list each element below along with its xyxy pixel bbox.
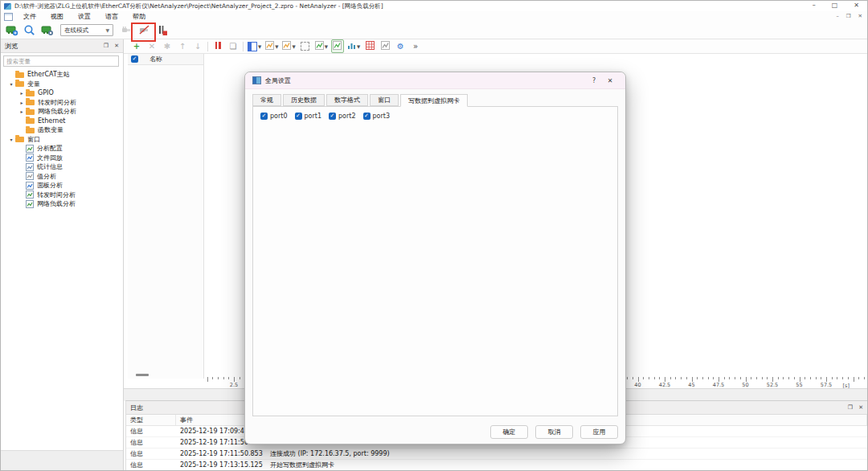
apply-button[interactable]: 应用	[580, 425, 618, 439]
mdi-close-button[interactable]: ✕	[858, 13, 862, 19]
search-input[interactable]	[3, 55, 119, 67]
dock-pin-icon[interactable]: ❐	[104, 43, 108, 49]
panel-view-icon[interactable]: ▼	[247, 39, 262, 53]
settings-icon[interactable]: ⚙	[394, 39, 407, 53]
port-label: port1	[305, 113, 322, 120]
port-checkbox-port3[interactable]: ✓port3	[363, 113, 391, 120]
mode-select-value: 在线模式	[64, 27, 105, 35]
xy-view-icon[interactable]: ▼	[281, 39, 296, 53]
tree-item-label: 函数变量	[38, 125, 63, 134]
tree-item-12[interactable]: 值分析	[1, 172, 123, 182]
zoom-select-icon[interactable]	[299, 39, 312, 53]
close-panel-icon[interactable]: ✕	[114, 43, 119, 49]
tree-arrow-icon[interactable]: ▾	[7, 137, 15, 142]
tree-item-3[interactable]: ▸GPIO	[1, 88, 123, 98]
tree-item-9[interactable]: 分析配置	[1, 144, 123, 154]
tree-arrow-icon[interactable]: ▸	[18, 100, 26, 105]
menu-item-3[interactable]: 设置	[71, 11, 98, 22]
mode-select[interactable]: 在线模式 ▼	[60, 24, 113, 36]
ok-button[interactable]: 确定	[490, 425, 528, 439]
port-checkbox-port2[interactable]: ✓port2	[329, 113, 356, 120]
restore-button[interactable]: □	[832, 2, 838, 9]
move-down-icon[interactable]: ↓	[191, 39, 204, 53]
tab-1[interactable]: 常规	[252, 94, 281, 106]
tab-2[interactable]: 历史数据	[283, 94, 325, 106]
tab-3[interactable]: 数字格式	[326, 94, 368, 106]
checkbox-icon: ✓	[329, 113, 336, 120]
tree-item-7[interactable]: 函数变量	[1, 125, 123, 135]
tree-item-11[interactable]: 统计信息	[1, 162, 123, 172]
ruler-tick	[858, 377, 859, 379]
tree-arrow-icon[interactable]: ▾	[7, 81, 15, 87]
pause-icon[interactable]	[211, 39, 224, 53]
log-row-3[interactable]: 信息2025-12-19 17:11:50.853连接成功 (IP: 172.1…	[126, 448, 867, 460]
tree-item-14[interactable]: 转发时间分析	[1, 190, 123, 200]
menu-item-4[interactable]: 语言	[98, 11, 125, 22]
table-view-icon[interactable]	[363, 39, 376, 53]
connect-icon[interactable]	[120, 23, 133, 37]
minimize-button[interactable]: –	[813, 2, 816, 9]
port-checkbox-port1[interactable]: ✓port1	[295, 113, 322, 120]
tab-5[interactable]: 写数据到虚拟网卡	[400, 94, 468, 107]
ruler-tick	[816, 377, 817, 379]
mdi-restore-button[interactable]: ❐	[846, 13, 851, 19]
export-icon[interactable]: ❏	[227, 39, 240, 53]
tree-item-label: 窗口	[27, 135, 40, 144]
tree-item-1[interactable]: EtherCAT主站	[1, 70, 123, 80]
tree-item-2[interactable]: ▾变量	[1, 80, 123, 89]
close-button[interactable]: ✕	[854, 2, 859, 9]
dock-pin-icon[interactable]: ❐	[848, 404, 853, 411]
sidebar-header: 浏览 ❐ ✕	[1, 39, 123, 53]
delete-icon[interactable]: ✕	[145, 39, 158, 53]
log-row-4[interactable]: 信息2025-12-19 17:13:15.125开始写数据到虚拟网卡	[126, 460, 867, 471]
port-checkbox-row: ✓port0✓port1✓port2✓port3	[253, 107, 617, 120]
ruler-tick	[670, 377, 671, 379]
curve-view-icon[interactable]: ▼	[264, 39, 279, 53]
ruler-tick	[751, 377, 751, 379]
tree-item-6[interactable]: Ethernet	[1, 117, 123, 126]
add-device-icon[interactable]	[5, 23, 18, 37]
tree-item-label: 统计信息	[37, 162, 63, 171]
device-config-icon[interactable]	[40, 23, 54, 37]
dialog-close-button[interactable]: ✕	[602, 77, 618, 84]
tree-item-10[interactable]: 文件回放	[1, 154, 123, 163]
load-analysis-view-icon[interactable]	[331, 39, 344, 53]
cancel-button[interactable]: 取消	[535, 425, 573, 439]
histogram-view-icon[interactable]: ▼	[346, 39, 361, 53]
dialog-help-button[interactable]: ?	[586, 77, 602, 84]
dialog-icon	[252, 76, 261, 84]
ruler-tick-label: 57.5	[821, 382, 832, 388]
search-icon[interactable]	[23, 23, 36, 37]
tree-arrow-icon[interactable]: ▸	[18, 109, 26, 114]
dialog-buttons: 确定取消应用	[490, 425, 618, 439]
menu-item-1[interactable]: 文件	[16, 11, 43, 22]
clear-icon[interactable]: ✱	[161, 39, 174, 53]
menu-item-2[interactable]: 视图	[43, 11, 71, 22]
stop-write-icon[interactable]	[155, 23, 169, 37]
mdi-minimize-button[interactable]: –	[836, 13, 838, 19]
tree-item-8[interactable]: ▾窗口	[1, 135, 123, 145]
chart-view-icon[interactable]	[379, 39, 391, 53]
ruler-tick	[724, 377, 725, 379]
port-checkbox-port0[interactable]: ✓port0	[260, 113, 288, 120]
overflow-icon[interactable]: »	[409, 39, 422, 53]
tree-item-15[interactable]: 网络负载分析	[1, 199, 123, 209]
window-icon	[26, 172, 34, 180]
scatter-view-icon[interactable]: ▼	[314, 39, 329, 53]
tree-item-5[interactable]: ▸网络负载分析	[1, 107, 123, 117]
close-panel-icon[interactable]: ✕	[858, 404, 863, 411]
horizontal-scrollbar[interactable]	[136, 374, 149, 376]
move-up-icon[interactable]: ↑	[176, 39, 189, 53]
select-all-checkbox[interactable]: ✓	[131, 55, 138, 63]
tree-arrow-icon[interactable]: ▸	[18, 90, 26, 96]
disconnect-icon[interactable]	[137, 23, 151, 37]
window-icon	[26, 182, 34, 190]
add-icon[interactable]: +	[130, 39, 143, 53]
tree-item-13[interactable]: 面板分析	[1, 181, 123, 190]
tab-4[interactable]: 窗口	[370, 94, 399, 106]
window-icon	[26, 154, 34, 162]
menu-item-5[interactable]: 帮助	[125, 11, 153, 22]
tree-item-4[interactable]: ▸转发时间分析	[1, 98, 123, 108]
tree-item-label: GPIO	[38, 89, 54, 96]
log-type-cell: 信息	[126, 438, 176, 447]
